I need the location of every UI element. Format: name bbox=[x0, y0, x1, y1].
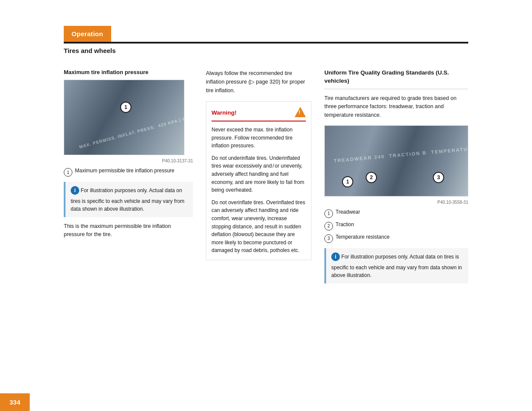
right-info-box: i For illustration purposes only. Actual… bbox=[324, 248, 468, 283]
warning-para-3: Do not overinflate tires. Overinflated t… bbox=[212, 199, 306, 255]
triangle-shape bbox=[295, 107, 306, 117]
middle-intro-text: Always follow the recommended tire infla… bbox=[206, 69, 311, 95]
left-info-note: For illustration purposes only. Actual d… bbox=[71, 187, 184, 212]
left-info-box: i For illustration purposes only. Actual… bbox=[64, 182, 193, 217]
tread-badge-3: 3 bbox=[433, 172, 444, 183]
section-header: Tires and wheels bbox=[64, 42, 468, 56]
right-callout-circle-2: 2 bbox=[324, 222, 333, 230]
callout-1-text: Maximum permissible tire inflation press… bbox=[75, 168, 174, 174]
warning-para-2: Do not underinflate tires. Underinflated… bbox=[212, 154, 306, 194]
section-title: Tires and wheels bbox=[64, 45, 116, 56]
right-callout-1-text: Treadwear bbox=[336, 209, 360, 215]
right-callout-2: 2 Traction bbox=[324, 221, 468, 230]
max-pressure-text: This is the maximum permissible tire inf… bbox=[64, 222, 193, 239]
tire-text-overlay: MAX. PERMISS. INFLAT. PRESS. 420 KPA ( 6… bbox=[79, 112, 184, 149]
header-section: Operation Tires and wheels bbox=[0, 0, 532, 56]
middle-column: Always follow the recommended tire infla… bbox=[206, 69, 311, 289]
tire-inflation-image: MAX. PERMISS. INFLAT. PRESS. 420 KPA ( 6… bbox=[64, 80, 184, 155]
left-info-icon: i bbox=[71, 186, 79, 195]
tire-image-caption: P40.10-3137-31 bbox=[64, 159, 193, 163]
right-info-icon: i bbox=[331, 252, 340, 261]
operation-title: Operation bbox=[72, 30, 103, 37]
warning-box: Warning! Never exceed the max. tire infl… bbox=[206, 101, 311, 260]
page-number-box: 334 bbox=[0, 393, 30, 411]
tread-badge-2: 2 bbox=[366, 172, 377, 183]
right-callout-3-text: Temperature resistance bbox=[336, 234, 389, 240]
right-section-title: Uniform Tire Quality Grading Standards (… bbox=[324, 69, 468, 89]
content-area: Maximum tire inflation pressure MAX. PER… bbox=[0, 56, 532, 323]
tire-tread-image: TREADWEAR 240 TRACTION B TEMPERATURE A 1… bbox=[324, 125, 468, 196]
left-callout-1: 1 Maximum permissible tire inflation pre… bbox=[64, 168, 193, 177]
operation-banner: Operation bbox=[64, 26, 111, 42]
right-callout-circle-3: 3 bbox=[324, 234, 333, 243]
right-callout-circle-1: 1 bbox=[324, 209, 333, 218]
tire-callout-badge-1: 1 bbox=[120, 102, 131, 113]
right-info-note: For illustration purposes only. Actual d… bbox=[331, 254, 462, 278]
page-number: 334 bbox=[9, 399, 20, 406]
right-callout-2-text: Traction bbox=[336, 221, 354, 227]
right-intro-text: Tire manufacturers are required to grade… bbox=[324, 94, 468, 119]
warning-triangle-icon bbox=[295, 107, 306, 118]
tire-image-inner: MAX. PERMISS. INFLAT. PRESS. 420 KPA ( 6… bbox=[64, 80, 184, 155]
right-callout-1: 1 Treadwear bbox=[324, 209, 468, 218]
right-column: Uniform Tire Quality Grading Standards (… bbox=[324, 69, 468, 289]
left-column: Maximum tire inflation pressure MAX. PER… bbox=[64, 69, 193, 289]
page-container: Operation Tires and wheels Maximum tire … bbox=[0, 0, 532, 411]
right-callout-3: 3 Temperature resistance bbox=[324, 234, 468, 243]
warning-header: Warning! bbox=[212, 107, 306, 121]
warning-para-1: Never exceed the max. tire inflation pre… bbox=[212, 126, 306, 150]
tread-image-caption: P40.10-3558-31 bbox=[324, 200, 468, 205]
tread-badge-1: 1 bbox=[342, 176, 353, 187]
warning-title: Warning! bbox=[212, 109, 236, 116]
left-subsection-title: Maximum tire inflation pressure bbox=[64, 69, 193, 75]
callout-circle-1: 1 bbox=[64, 168, 72, 177]
tread-text-overlay: TREADWEAR 240 TRACTION B TEMPERATURE A bbox=[333, 145, 468, 163]
